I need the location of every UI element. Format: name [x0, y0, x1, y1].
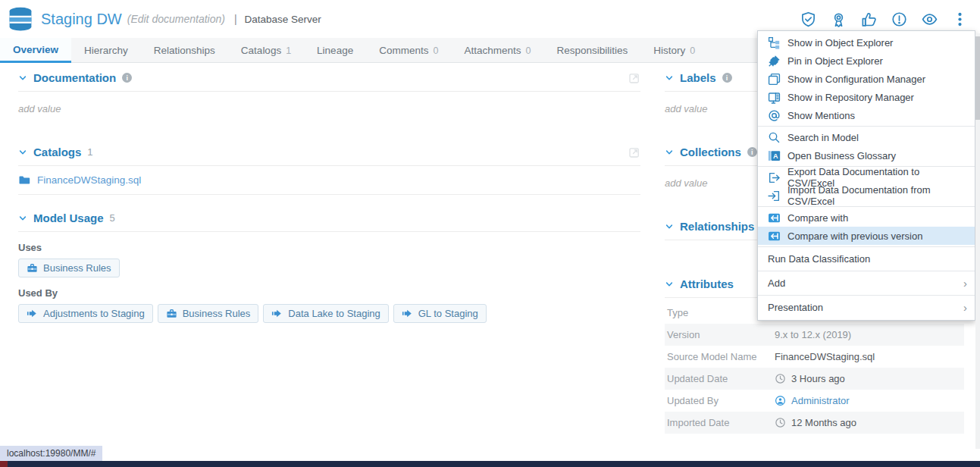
- briefcase-icon: [27, 262, 38, 274]
- tab-hierarchy[interactable]: Hierarchy: [71, 38, 141, 63]
- usage-chip-data-lake-to-staging[interactable]: Data Lake to Staging: [263, 304, 388, 323]
- uses-label: Uses: [18, 242, 640, 253]
- tab-label: Responsibilities: [556, 45, 628, 56]
- submenu-chevron-right-icon: ›: [963, 277, 967, 289]
- tab-relationships[interactable]: Relationships: [141, 38, 228, 63]
- attribute-row-updated-date: Updated Date3 Hours ago: [665, 368, 964, 390]
- attribute-label: Version: [667, 329, 775, 340]
- chevron-down-icon[interactable]: [665, 148, 674, 157]
- glossary-icon: A: [768, 149, 781, 162]
- tab-comments[interactable]: Comments0: [366, 38, 451, 63]
- shield-check-icon[interactable]: [800, 11, 816, 27]
- catalog-item[interactable]: FinanceDWStaging.sql: [18, 166, 640, 195]
- menu-item-label: Import Data Documentation from CSV/Excel: [787, 184, 967, 207]
- mapping-arrow-icon: [27, 308, 38, 319]
- attribute-value: FinanceDWStaging.sql: [775, 351, 875, 362]
- menu-item-show-mentions[interactable]: Show Mentions: [758, 106, 975, 124]
- usage-chip-business-rules[interactable]: Business Rules: [158, 304, 259, 323]
- tab-lineage[interactable]: Lineage: [304, 38, 366, 63]
- external-link-icon[interactable]: [628, 146, 640, 158]
- chevron-down-icon[interactable]: [665, 280, 674, 289]
- attribute-label: Updated Date: [667, 373, 775, 384]
- menu-item-search-in-model[interactable]: Search in Model: [758, 128, 975, 146]
- tab-responsibilities[interactable]: Responsibilities: [543, 38, 640, 63]
- attribute-value[interactable]: Administrator: [775, 395, 850, 406]
- mentions-icon: [768, 109, 781, 122]
- menu-item-presentation[interactable]: Presentation›: [758, 297, 975, 318]
- chevron-down-icon[interactable]: [18, 214, 27, 223]
- menu-item-pin-in-object-explorer[interactable]: Pin in Object Explorer: [758, 52, 975, 70]
- chevron-down-icon[interactable]: [18, 74, 27, 83]
- tab-catalogs[interactable]: Catalogs1: [228, 38, 304, 63]
- alert-circle-icon[interactable]: [891, 11, 907, 27]
- menu-item-label: Show in Repository Manager: [787, 92, 914, 103]
- used-by-label: Used By: [18, 287, 640, 299]
- user-circle-icon: [775, 395, 786, 406]
- usage-chip-gl-to-staging[interactable]: GL to Staging: [393, 304, 487, 323]
- tab-attachments[interactable]: Attachments0: [451, 38, 543, 63]
- menu-separator: [758, 246, 975, 247]
- chevron-down-icon[interactable]: [18, 148, 27, 157]
- attribute-row-version: Version9.x to 12.x (2019): [665, 324, 964, 346]
- info-icon: i: [122, 73, 132, 83]
- menu-item-show-in-object-explorer[interactable]: Show in Object Explorer: [758, 33, 975, 52]
- menu-item-compare-with[interactable]: Compare with: [758, 208, 975, 227]
- menu-separator: [758, 295, 975, 296]
- model-usage-header: Model Usage 5: [18, 207, 640, 232]
- menu-item-import-data-documentation-from-csv-excel[interactable]: Import Data Documentation from CSV/Excel: [758, 186, 975, 205]
- scrollbar-thumb[interactable]: [975, 36, 980, 120]
- chevron-down-icon[interactable]: [665, 222, 674, 231]
- menu-item-label: Run Data Classification: [768, 253, 870, 265]
- attribute-value-text: 9.x to 12.x (2019): [775, 329, 851, 340]
- menu-item-label: Open Business Glossary: [787, 150, 896, 161]
- menu-item-open-business-glossary[interactable]: AOpen Business Glossary: [758, 146, 975, 165]
- info-icon: i: [722, 73, 732, 83]
- clock-icon: [775, 373, 786, 384]
- thumbs-up-icon[interactable]: [861, 11, 877, 27]
- section-catalogs: Catalogs 1 FinanceDWStaging.sql: [18, 141, 640, 195]
- folder-icon: [18, 174, 30, 186]
- tab-count: 0: [433, 45, 438, 56]
- attribute-row-updated-by: Updated ByAdministrator: [665, 390, 964, 412]
- chip-label: GL to Staging: [418, 308, 478, 319]
- tab-count: 1: [286, 45, 291, 56]
- menu-item-compare-with-previous-version[interactable]: Compare with previous version: [758, 227, 975, 245]
- edit-documentation-link[interactable]: (Edit documentation): [127, 13, 225, 25]
- chip-label: Business Rules: [43, 262, 111, 274]
- collections-title: Collections: [680, 146, 741, 158]
- menu-item-show-in-configuration-manager[interactable]: Show in Configuration Manager: [758, 70, 975, 88]
- menu-item-show-in-repository-manager[interactable]: Show in Repository Manager: [758, 88, 975, 106]
- external-link-icon[interactable]: [628, 72, 640, 84]
- certification-icon[interactable]: [831, 11, 847, 27]
- object-type-label: Database Server: [245, 14, 321, 25]
- catalogs-count: 1: [87, 146, 92, 158]
- documentation-add-value[interactable]: add value: [18, 92, 640, 129]
- menu-item-label: Show in Object Explorer: [787, 37, 893, 49]
- tab-label: Relationships: [154, 45, 215, 56]
- svg-text:A: A: [773, 152, 778, 160]
- tab-label: Catalogs: [241, 45, 281, 56]
- relationships-title: Relationships: [680, 220, 754, 233]
- tab-overview[interactable]: Overview: [0, 38, 71, 63]
- menu-item-label: Show in Configuration Manager: [787, 74, 925, 85]
- documentation-title: Documentation: [33, 71, 116, 84]
- model-usage-count: 5: [110, 212, 115, 224]
- chevron-down-icon[interactable]: [665, 74, 674, 83]
- menu-item-run-data-classification[interactable]: Run Data Classification: [758, 249, 975, 269]
- title-divider: |: [234, 13, 237, 25]
- attribute-value-text: 3 Hours ago: [791, 373, 845, 384]
- eye-icon[interactable]: [922, 11, 938, 27]
- usage-chip-adjustments-to-staging[interactable]: Adjustments to Staging: [18, 304, 153, 323]
- attribute-value: 3 Hours ago: [775, 373, 845, 384]
- model-usage-title: Model Usage: [33, 212, 104, 224]
- object-explorer-icon: [768, 36, 781, 49]
- attribute-row-imported-date: Imported Date12 Months ago: [665, 412, 964, 434]
- left-panel: Documentation i add value Catalogs 1 Fin…: [18, 67, 640, 323]
- labels-title: Labels: [680, 71, 716, 84]
- menu-item-label: Add: [768, 277, 785, 289]
- kebab-menu-icon[interactable]: [952, 11, 968, 27]
- submenu-chevron-right-icon: ›: [963, 302, 967, 313]
- tab-history[interactable]: History0: [640, 38, 708, 63]
- menu-item-add[interactable]: Add›: [758, 273, 975, 293]
- usage-chip-business-rules[interactable]: Business Rules: [18, 259, 120, 277]
